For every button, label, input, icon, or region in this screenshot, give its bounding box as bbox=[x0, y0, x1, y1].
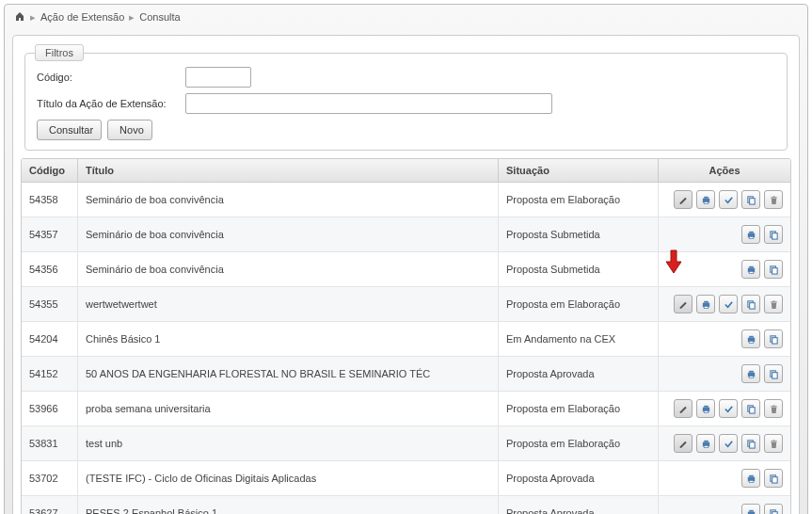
approve-button[interactable] bbox=[719, 399, 738, 418]
cell-acoes bbox=[659, 287, 790, 322]
print-button[interactable] bbox=[696, 399, 715, 418]
col-header-situacao[interactable]: Situação bbox=[499, 159, 659, 183]
edit-button[interactable] bbox=[674, 295, 693, 313]
print-button[interactable] bbox=[741, 260, 760, 279]
cell-situacao: Proposta Aprovada bbox=[499, 461, 659, 496]
col-header-acoes: Ações bbox=[659, 159, 790, 183]
consultar-button[interactable]: Consultar bbox=[37, 120, 102, 140]
print-button[interactable] bbox=[741, 469, 760, 488]
breadcrumb-sep: ▸ bbox=[129, 11, 135, 24]
table-row: 5415250 ANOS DA ENGENHARIA FLORESTAL NO … bbox=[22, 357, 790, 392]
codigo-label: Código: bbox=[37, 72, 185, 83]
copy-button[interactable] bbox=[741, 434, 760, 453]
table-row: 53627PESES 2 Espanhol Básico 1Proposta A… bbox=[22, 496, 790, 514]
cell-titulo: test unb bbox=[78, 426, 499, 461]
breadcrumb: ▸ Ação de Extensão ▸ Consulta bbox=[5, 5, 807, 29]
cell-acoes bbox=[659, 183, 790, 217]
cell-acoes bbox=[659, 461, 790, 496]
copy-button[interactable] bbox=[741, 399, 760, 418]
cell-codigo: 54358 bbox=[22, 183, 78, 217]
cell-titulo: wertwetwertwet bbox=[78, 287, 499, 322]
cell-acoes bbox=[659, 496, 790, 514]
cell-titulo: Seminário de boa convivência bbox=[78, 252, 499, 287]
titulo-label: Título da Ação de Extensão: bbox=[37, 98, 185, 109]
cell-codigo: 54355 bbox=[22, 287, 78, 322]
filters-panel: Filtros Código: Título da Ação de Extens… bbox=[24, 53, 788, 151]
delete-button[interactable] bbox=[764, 399, 783, 418]
filters-legend: Filtros bbox=[35, 44, 84, 61]
cell-codigo: 54152 bbox=[22, 357, 78, 392]
col-header-titulo[interactable]: Título bbox=[78, 159, 499, 183]
novo-label: Novo bbox=[119, 124, 144, 136]
cell-codigo: 54356 bbox=[22, 252, 78, 287]
table-row: 53702(TESTE IFC) - Ciclo de Oficinas Dig… bbox=[22, 461, 790, 496]
edit-button[interactable] bbox=[674, 190, 693, 209]
cell-titulo: Chinês Básico 1 bbox=[78, 322, 499, 357]
cell-acoes bbox=[659, 392, 790, 426]
print-button[interactable] bbox=[696, 434, 715, 453]
breadcrumb-item-acao[interactable]: Ação de Extensão bbox=[40, 11, 124, 23]
highlight-arrow-icon bbox=[664, 249, 683, 275]
cell-acoes bbox=[659, 357, 790, 392]
copy-button[interactable] bbox=[764, 260, 783, 279]
cell-situacao: Proposta Submetida bbox=[499, 252, 659, 287]
table-row: 54204Chinês Básico 1Em Andamento na CEX bbox=[22, 322, 790, 357]
print-button[interactable] bbox=[741, 225, 760, 244]
print-button[interactable] bbox=[741, 504, 760, 514]
results-table: Código Título Situação Ações 54358Seminá… bbox=[21, 158, 791, 514]
table-row: 54358Seminário de boa convivênciaPropost… bbox=[22, 183, 790, 217]
cell-situacao: Proposta em Elaboração bbox=[499, 183, 659, 217]
print-button[interactable] bbox=[696, 190, 715, 209]
cell-acoes bbox=[659, 426, 790, 461]
copy-button[interactable] bbox=[764, 364, 783, 383]
cell-situacao: Proposta Aprovada bbox=[499, 496, 659, 514]
delete-button[interactable] bbox=[764, 434, 783, 453]
table-row: 54357Seminário de boa convivênciaPropost… bbox=[22, 217, 790, 252]
delete-button[interactable] bbox=[764, 295, 783, 313]
copy-button[interactable] bbox=[764, 329, 783, 348]
cell-acoes bbox=[659, 322, 790, 357]
cell-codigo: 53966 bbox=[22, 392, 78, 426]
col-header-codigo[interactable]: Código bbox=[22, 159, 78, 183]
consultar-label: Consultar bbox=[49, 124, 93, 136]
copy-button[interactable] bbox=[764, 225, 783, 244]
print-button[interactable] bbox=[741, 364, 760, 383]
table-row: 54355wertwetwertwetProposta em Elaboraçã… bbox=[22, 287, 790, 322]
copy-button[interactable] bbox=[741, 295, 760, 313]
cell-codigo: 53627 bbox=[22, 496, 78, 514]
cell-titulo: 50 ANOS DA ENGENHARIA FLORESTAL NO BRASI… bbox=[78, 357, 499, 392]
novo-button[interactable]: Novo bbox=[107, 120, 152, 140]
cell-titulo: Seminário de boa convivência bbox=[78, 217, 499, 252]
page-panel: ▸ Ação de Extensão ▸ Consulta Filtros Có… bbox=[4, 4, 808, 514]
edit-button[interactable] bbox=[674, 434, 693, 453]
print-button[interactable] bbox=[696, 295, 715, 313]
cell-codigo: 53702 bbox=[22, 461, 78, 496]
breadcrumb-item-consulta: Consulta bbox=[139, 11, 180, 23]
approve-button[interactable] bbox=[719, 295, 738, 313]
breadcrumb-sep: ▸ bbox=[30, 11, 36, 24]
cell-titulo: proba semana universitaria bbox=[78, 392, 499, 426]
cell-codigo: 54204 bbox=[22, 322, 78, 357]
approve-button[interactable] bbox=[719, 434, 738, 453]
titulo-input[interactable] bbox=[185, 93, 552, 114]
cell-situacao: Proposta em Elaboração bbox=[499, 392, 659, 426]
cell-situacao: Proposta Submetida bbox=[499, 217, 659, 252]
codigo-input[interactable] bbox=[185, 67, 251, 88]
delete-button[interactable] bbox=[764, 190, 783, 209]
approve-button[interactable] bbox=[719, 190, 738, 209]
cell-situacao: Proposta Aprovada bbox=[499, 357, 659, 392]
cell-acoes bbox=[659, 252, 790, 287]
edit-button[interactable] bbox=[674, 399, 693, 418]
body-panel: Filtros Código: Título da Ação de Extens… bbox=[12, 35, 800, 514]
table-row: 53831test unbProposta em Elaboração bbox=[22, 426, 790, 461]
cell-codigo: 54357 bbox=[22, 217, 78, 252]
copy-button[interactable] bbox=[741, 190, 760, 209]
cell-situacao: Proposta em Elaboração bbox=[499, 287, 659, 322]
copy-button[interactable] bbox=[764, 504, 783, 514]
table-row: 53966proba semana universitariaProposta … bbox=[22, 392, 790, 426]
cell-codigo: 53831 bbox=[22, 426, 78, 461]
copy-button[interactable] bbox=[764, 469, 783, 488]
cell-situacao: Em Andamento na CEX bbox=[499, 322, 659, 357]
home-icon[interactable] bbox=[14, 10, 25, 24]
print-button[interactable] bbox=[741, 329, 760, 348]
